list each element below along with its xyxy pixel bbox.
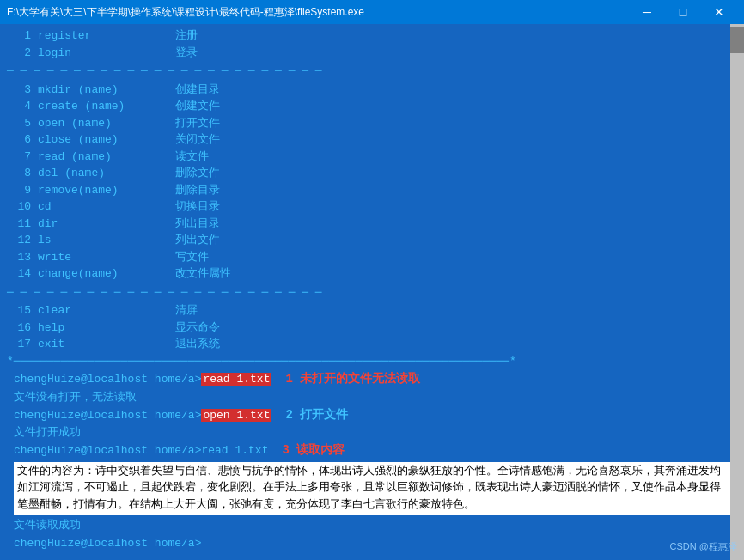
command-table: 1 register 注册 2 login 登录 ─ ─ ─ ─ ─ ─ ─ ─… (7, 27, 737, 369)
label-3: 3 读取内容 (282, 442, 345, 458)
table-row: 16 help 显示命令 (7, 320, 737, 337)
scrollbar[interactable] (730, 24, 744, 560)
prompt-1: chengHuize@localhost home/a> (14, 371, 201, 389)
cmd-read-2: read 1.txt (201, 442, 268, 460)
table-row: 4 create (name) 创建文件 (7, 98, 737, 115)
success-message-2: 文件打开成功 (14, 424, 730, 442)
table-row: 9 remove(name) 删除目录 (7, 182, 737, 199)
separator-1: ─ ─ ─ ─ ─ ─ ─ ─ ─ ─ ─ ─ ─ ─ ─ ─ ─ ─ ─ ─ … (7, 63, 737, 80)
table-row: 6 close (name) 关闭文件 (7, 131, 737, 149)
maximize-button[interactable]: □ (665, 0, 701, 24)
table-row: 3 mkdir (name) 创建目录 (7, 82, 737, 99)
window-title: F:\大学有关\大三\下半学期\操作系统\课程设计\最终代码-程惠泽\fileS… (7, 5, 629, 20)
table-row: 11 dir 列出目录 (7, 216, 737, 233)
table-row: 7 read (name) 读文件 (7, 149, 737, 166)
table-row: 2 login 登录 (7, 45, 737, 62)
error-message-1: 文件没有打开，无法读取 (14, 389, 730, 407)
window-controls: ─ □ ✕ (629, 0, 737, 24)
table-row: 8 del (name) 删除文件 (7, 165, 737, 182)
table-row: 10 cd 切换目录 (7, 198, 737, 216)
output-row-2: chengHuize@localhost home/a>open 1.txt 2… (14, 407, 730, 425)
asterisk-line: *───────────────────────────────────────… (7, 353, 737, 370)
table-row: 17 exit 退出系统 (7, 336, 737, 353)
label-2: 2 打开文件 (285, 407, 348, 423)
table-row: 15 clear 清屏 (7, 302, 737, 320)
output-row-3: chengHuize@localhost home/a>read 1.txt 3… (14, 442, 730, 460)
cmd-open-1: open 1.txt (201, 409, 271, 422)
terminal-window: 1 register 注册 2 login 登录 ─ ─ ─ ─ ─ ─ ─ ─… (0, 24, 744, 560)
scrollbar-thumb[interactable] (730, 27, 744, 53)
title-bar: F:\大学有关\大三\下半学期\操作系统\课程设计\最终代码-程惠泽\fileS… (0, 0, 744, 24)
file-content-text: 文件的内容为：诗中交织着失望与自信、悲愤与抗争的情怀，体现出诗人强烈的豪纵狂放的… (17, 466, 721, 511)
table-row: 1 register 注册 (7, 27, 737, 45)
cmd-read-1: read 1.txt (201, 373, 271, 386)
prompt-3: chengHuize@localhost home/a> (14, 442, 201, 460)
prompt-2: chengHuize@localhost home/a> (14, 407, 201, 425)
close-button[interactable]: ✕ (701, 0, 737, 24)
success-message-3: 文件读取成功 (14, 517, 730, 535)
label-1: 1 未打开的文件无法读取 (285, 371, 420, 387)
output-row-1: chengHuize@localhost home/a>read 1.txt 1… (14, 371, 730, 389)
table-row: 5 open (name) 打开文件 (7, 115, 737, 132)
separator-2: ─ ─ ─ ─ ─ ─ ─ ─ ─ ─ ─ ─ ─ ─ ─ ─ ─ ─ ─ ─ … (7, 284, 737, 301)
minimize-button[interactable]: ─ (629, 0, 665, 24)
table-row: 13 write 写文件 (7, 249, 737, 266)
file-content-box: 文件的内容为：诗中交织着失望与自信、悲愤与抗争的情怀，体现出诗人强烈的豪纵狂放的… (14, 462, 730, 515)
terminal-output: chengHuize@localhost home/a>read 1.txt 1… (7, 369, 737, 553)
table-row: 12 ls 列出文件 (7, 232, 737, 249)
final-prompt: chengHuize@localhost home/a> (14, 535, 730, 553)
table-row: 14 change(name) 改文件属性 (7, 265, 737, 283)
watermark: CSDN @程惠泽 (670, 540, 737, 553)
terminal-content: 1 register 注册 2 login 登录 ─ ─ ─ ─ ─ ─ ─ ─… (0, 24, 744, 560)
